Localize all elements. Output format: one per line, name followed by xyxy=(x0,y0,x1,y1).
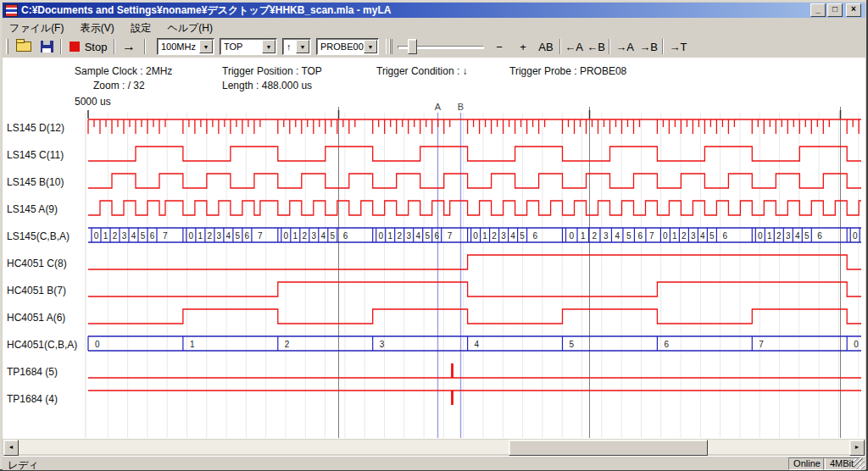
toolbar-separator xyxy=(609,39,610,54)
zoom-slider[interactable] xyxy=(398,37,484,56)
cursor-b-left-button[interactable]: ←B xyxy=(586,37,606,56)
maximize-button[interactable]: □ xyxy=(827,3,843,17)
trigger-edge-value: ↑ xyxy=(287,42,292,52)
ab-button[interactable]: AB xyxy=(535,37,557,56)
toolbar-separator xyxy=(662,39,664,54)
window-title: C:¥Documents and Settings¥noname¥デスクトップ¥… xyxy=(21,3,809,18)
toolbar-grip[interactable] xyxy=(6,39,8,54)
signal-label: TP1684 (4) xyxy=(7,393,86,405)
trigger-probe-combo[interactable]: PROBE00 ▼ xyxy=(316,38,379,55)
save-floppy-icon xyxy=(41,41,53,53)
signal-label: LS145 A(9) xyxy=(7,203,86,215)
cursor-a-left-button[interactable]: ←A xyxy=(564,37,584,56)
status-online-badge: Online xyxy=(788,457,826,470)
horizontal-scrollbar[interactable]: ◄ ► xyxy=(3,440,865,454)
signal-label: LS145 D(12) xyxy=(7,122,86,134)
waveform-client-area xyxy=(3,58,865,439)
menu-view[interactable]: 表示(V) xyxy=(74,19,121,35)
zoom-in-button[interactable]: + xyxy=(515,37,531,56)
stop-button[interactable]: Stop xyxy=(65,37,111,56)
signal-label: TP1684 (5) xyxy=(7,366,86,378)
chevron-down-icon[interactable]: ▼ xyxy=(364,40,377,53)
menu-file[interactable]: ファイル(F) xyxy=(3,19,70,35)
app-icon xyxy=(5,4,18,17)
save-button[interactable] xyxy=(36,37,57,56)
run-arrow-icon: → xyxy=(122,39,136,54)
length-info: Length : 488.000 us xyxy=(222,80,312,91)
signal-label: LS145 C(11) xyxy=(7,149,86,161)
open-button[interactable] xyxy=(13,37,35,56)
zoom-info: Zoom : / 32 xyxy=(93,80,145,91)
chevron-down-icon[interactable]: ▼ xyxy=(296,40,309,53)
scrollbar-thumb[interactable] xyxy=(509,440,708,456)
scroll-right-button[interactable]: ► xyxy=(849,440,865,456)
sample-clock-value: 100MHz xyxy=(161,42,196,52)
signal-label: HC4051 A(6) xyxy=(7,312,86,324)
open-folder-icon xyxy=(16,42,31,52)
signal-label: HC4051 B(7) xyxy=(7,285,86,296)
sample-clock-info: Sample Clock : 2MHz xyxy=(75,65,172,77)
trigger-position-combo[interactable]: TOP ▼ xyxy=(220,38,277,55)
trigger-probe-value: PROBE00 xyxy=(320,42,364,52)
timebase-label: 5000 us xyxy=(75,96,111,108)
chevron-down-icon[interactable]: ▼ xyxy=(262,40,275,53)
toolbar-separator xyxy=(559,39,561,54)
close-button[interactable]: × xyxy=(846,3,861,17)
toolbar: Stop → 100MHz ▼ TOP ▼ ↑ ▼ PROBE00 ▼ − + … xyxy=(3,35,865,58)
chevron-down-icon[interactable]: ▼ xyxy=(199,40,213,53)
stop-icon xyxy=(70,42,80,52)
zoom-out-button[interactable]: − xyxy=(491,37,508,56)
cursor-a-right-button[interactable]: →A xyxy=(615,37,635,56)
toolbar-grip[interactable] xyxy=(386,39,392,54)
minimize-button[interactable]: _ xyxy=(810,3,826,17)
run-button[interactable]: → xyxy=(118,37,140,56)
trigger-condition-info: Trigger Condition : ↓ xyxy=(376,65,468,77)
slider-thumb[interactable] xyxy=(408,39,417,54)
status-ready-text: レディ xyxy=(8,458,39,471)
menu-bar: ファイル(F) 表示(V) 設定 ヘルプ(H) xyxy=(3,19,865,35)
scroll-left-button[interactable]: ◄ xyxy=(3,440,19,456)
trigger-position-value: TOP xyxy=(224,42,242,52)
status-bar: レディ Online 4MBit xyxy=(3,456,865,470)
trigger-edge-combo[interactable]: ↑ ▼ xyxy=(282,38,311,55)
app-window: C:¥Documents and Settings¥noname¥デスクトップ¥… xyxy=(0,0,868,471)
menu-settings[interactable]: 設定 xyxy=(124,19,158,35)
toolbar-separator xyxy=(144,39,146,54)
resize-grip[interactable] xyxy=(854,458,865,469)
title-bar[interactable]: C:¥Documents and Settings¥noname¥デスクトップ¥… xyxy=(3,3,865,18)
trigger-probe-info: Trigger Probe : PROBE08 xyxy=(509,65,626,77)
toolbar-separator xyxy=(60,39,62,54)
toolbar-separator xyxy=(114,39,115,54)
signal-label: LS145(C,B,A) xyxy=(7,230,86,242)
signal-label: HC4051(C,B,A) xyxy=(7,339,86,351)
cursor-b-right-button[interactable]: →B xyxy=(638,37,659,56)
sample-clock-combo[interactable]: 100MHz ▼ xyxy=(157,38,214,55)
menu-help[interactable]: ヘルプ(H) xyxy=(160,19,220,35)
signal-label: HC4051 C(8) xyxy=(7,258,86,269)
stop-label: Stop xyxy=(85,41,108,53)
goto-trigger-button[interactable]: →T xyxy=(667,37,689,56)
trigger-position-info: Trigger Position : TOP xyxy=(222,65,322,77)
signal-label: LS145 B(10) xyxy=(7,176,86,188)
